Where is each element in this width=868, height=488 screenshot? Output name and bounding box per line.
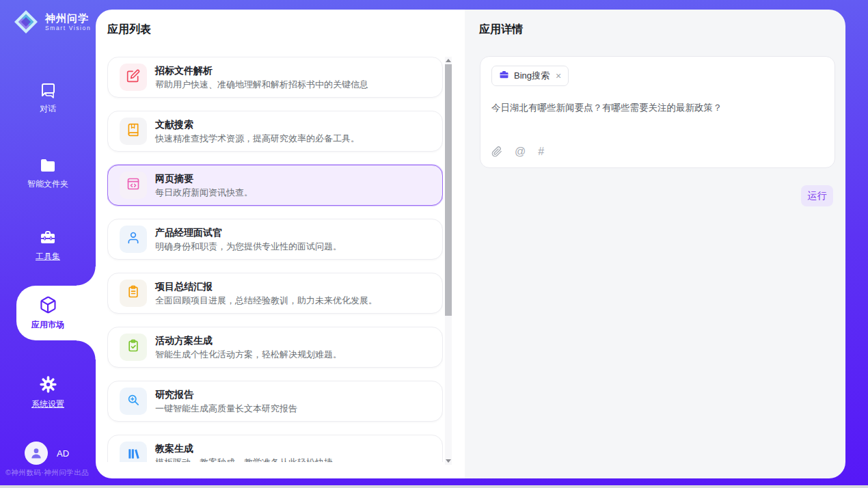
scroll-down-icon[interactable]: [446, 459, 451, 463]
sidebar-item-label: 系统设置: [31, 398, 64, 410]
close-icon[interactable]: ×: [556, 71, 561, 81]
brand-subtitle: Smart Vision: [45, 25, 91, 31]
app-detail-panel: 应用详情 Bing搜索 × 今日湖北有哪些新闻要点？有哪些需要关注的最新政策？: [465, 10, 845, 478]
app-desc: 智能生成个性化活动方案，轻松解决规划难题。: [155, 349, 342, 360]
sidebar-item-toolbox[interactable]: 工具集: [0, 219, 96, 273]
app-tile: [120, 442, 147, 462]
window-bottom-edge: [0, 485, 868, 488]
hash-icon[interactable]: #: [538, 146, 544, 158]
app-tile: [120, 118, 147, 145]
brand-logo: 神州问学 Smart Vision: [12, 8, 91, 36]
app-card[interactable]: 网页摘要每日政府新闻资讯快查。: [107, 165, 443, 206]
composer-toolbar: @ #: [491, 146, 544, 158]
sidebar-item-label: 对话: [40, 103, 56, 115]
app-desc: 模板驱动，教案秒成，教学准备从此轻松快捷: [155, 457, 333, 462]
app-tile: [120, 226, 147, 253]
books-icon: [126, 447, 140, 462]
scrollbar-thumb[interactable]: [445, 64, 452, 316]
app-name: 活动方案生成: [155, 334, 342, 347]
sidebar-item-chat[interactable]: 对话: [0, 71, 96, 126]
app-card[interactable]: 项目总结汇报全面回顾项目进展，总结经验教训，助力未来优化发展。: [107, 273, 443, 314]
pen-edit-icon: [126, 69, 140, 85]
app-desc: 帮助用户快速、准确地理解和解析招标书中的关键信息: [155, 79, 368, 90]
cube-icon: [38, 295, 57, 314]
query-text: 今日湖北有哪些新闻要点？有哪些需要关注的最新政策？: [491, 102, 819, 114]
user-row[interactable]: AD: [25, 442, 69, 465]
chat-icon: [40, 82, 56, 98]
paperclip-icon[interactable]: [491, 146, 502, 157]
content-area: 应用列表 招标文件解析帮助用户快速、准确地理解和解析招标书中的关键信息文献搜索快…: [96, 10, 845, 478]
app-name: 研究报告: [155, 388, 297, 401]
user-name: AD: [57, 448, 69, 459]
app-desc: 每日政府新闻资讯快查。: [155, 187, 253, 198]
book-icon: [126, 123, 140, 139]
app-tile: [120, 64, 147, 91]
briefcase-icon: [499, 70, 509, 83]
clipboard-icon: [126, 285, 140, 301]
app-list-panel: 应用列表 招标文件解析帮助用户快速、准确地理解和解析招标书中的关键信息文献搜索快…: [96, 10, 465, 478]
gear-icon: [39, 375, 57, 394]
folder-icon: [39, 157, 57, 174]
brand-name: 神州问学: [45, 12, 91, 25]
app-card[interactable]: 产品经理面试官明确身份和职责，为您提供专业性的面试问题。: [107, 219, 443, 260]
tool-tag-bing[interactable]: Bing搜索 ×: [491, 66, 569, 86]
sidebar-item-gear[interactable]: 系统设置: [0, 365, 96, 420]
clipboard-check-icon: [126, 339, 140, 355]
copyright-text: ©神州数码·神州问学出品: [5, 468, 89, 478]
run-button[interactable]: 运行: [801, 185, 833, 206]
sidebar-item-label: 工具集: [36, 251, 60, 262]
app-desc: 一键智能生成高质量长文本研究报告: [155, 403, 297, 414]
app-card[interactable]: 教案生成模板驱动，教案秒成，教学准备从此轻松快捷: [107, 435, 443, 462]
prompt-card: Bing搜索 × 今日湖北有哪些新闻要点？有哪些需要关注的最新政策？ @ #: [480, 56, 835, 168]
scroll-up-icon[interactable]: [446, 59, 451, 62]
app-name: 招标文件解析: [155, 64, 368, 77]
at-icon[interactable]: @: [515, 146, 526, 158]
app-card[interactable]: 招标文件解析帮助用户快速、准确地理解和解析招标书中的关键信息: [107, 57, 443, 98]
diamond-logo-icon: [12, 8, 40, 36]
sidebar: 神州问学 Smart Vision 对话智能文件夹工具集应用市场系统设置 AD …: [0, 0, 96, 485]
app-card[interactable]: 研究报告一键智能生成高质量长文本研究报告: [107, 381, 443, 422]
app-tile: [120, 334, 147, 361]
scrollbar[interactable]: [445, 57, 452, 465]
app-name: 教案生成: [155, 442, 333, 455]
app-name: 网页摘要: [155, 172, 253, 185]
avatar[interactable]: [25, 442, 48, 465]
app-list-title: 应用列表: [107, 23, 151, 37]
app-detail-title: 应用详情: [479, 23, 523, 37]
toolbox-icon: [39, 230, 57, 246]
app-name: 文献搜索: [155, 118, 360, 131]
sidebar-item-label: 智能文件夹: [27, 178, 68, 190]
app-desc: 明确身份和职责，为您提供专业性的面试问题。: [155, 241, 342, 252]
app-tile: [120, 172, 147, 199]
app-tile: [120, 388, 147, 415]
app-card[interactable]: 活动方案生成智能生成个性化活动方案，轻松解决规划难题。: [107, 327, 443, 368]
sidebar-item-folder[interactable]: 智能文件夹: [0, 146, 96, 201]
web-code-icon: [126, 177, 140, 193]
sidebar-item-cube[interactable]: 应用市场: [0, 286, 96, 340]
tool-tag-label: Bing搜索: [514, 70, 550, 82]
app-name: 项目总结汇报: [155, 280, 377, 293]
app-name: 产品经理面试官: [155, 226, 342, 239]
interviewer-icon: [126, 231, 140, 247]
research-icon: [126, 393, 140, 409]
app-desc: 快速精准查找学术资源，提高研究效率的必备工具。: [155, 133, 360, 144]
app-card[interactable]: 文献搜索快速精准查找学术资源，提高研究效率的必备工具。: [107, 111, 443, 152]
app-tile: [120, 280, 147, 307]
app-desc: 全面回顾项目进展，总结经验教训，助力未来优化发展。: [155, 295, 377, 306]
sidebar-item-label: 应用市场: [31, 319, 64, 331]
app-list: 招标文件解析帮助用户快速、准确地理解和解析招标书中的关键信息文献搜索快速精准查找…: [107, 57, 443, 462]
